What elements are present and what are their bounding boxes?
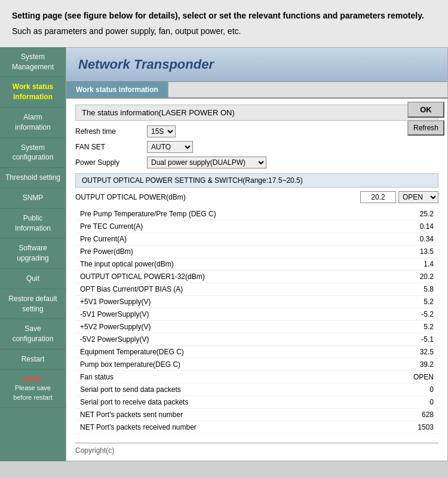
row-label: Equipment Temperature(DEG C) <box>75 345 391 358</box>
table-row: Pre Current(A)0.34 <box>75 232 438 245</box>
content-header: Network Transponder <box>66 48 447 82</box>
row-label: OPT Bias Current/OPT BIAS (A) <box>75 283 391 295</box>
row-value: 13.5 <box>391 245 438 258</box>
table-row: OUTPUT OPTICAL POWER1-32(dBm)20.2 <box>75 270 438 283</box>
table-row: The input optical power(dBm)1.4 <box>75 258 438 270</box>
row-label: OUTPUT OPTICAL POWER1-32(dBm) <box>75 270 391 283</box>
output-power-row: OUTPUT OPTICAL POWER(dBm) OPEN CLOSE <box>75 190 438 204</box>
row-value: 1503 <box>391 421 438 433</box>
copyright-text: Copyright(c) <box>75 446 438 455</box>
power-supply-select[interactable]: Dual power supply(DUALPW) Single power s… <box>147 157 266 168</box>
row-label: Pump box temperature(DEG C) <box>75 358 391 370</box>
row-label: Pre Power(dBm) <box>75 245 391 258</box>
sidebar-item-snmp[interactable]: SNMP <box>0 188 66 209</box>
table-row: Serial port to receive data packets0 <box>75 396 438 408</box>
table-row: Pump box temperature(DEG C)39.2 <box>75 358 438 370</box>
status-title: The status information(LASER POWER ON) <box>75 105 438 121</box>
main-container: System Management Work status informatio… <box>0 47 448 461</box>
page-title: Network Transponder <box>78 57 435 72</box>
row-label: Serial port to receive data packets <box>75 396 391 408</box>
row-value: 0 <box>391 396 438 408</box>
sidebar-item-system-config[interactable]: System configuration <box>0 138 66 168</box>
output-power-input[interactable] <box>360 191 396 203</box>
output-section-header: OUTPUT OPTICAL POWER SETTING & SWITCH(Ra… <box>75 173 438 188</box>
row-value: 5.8 <box>391 283 438 295</box>
tab-bar: Work status information <box>66 82 447 99</box>
status-data-table: Pre Pump Temperature/Pre Temp (DEG C)25.… <box>75 208 438 434</box>
row-label: +5V2 PowerSupply(V) <box>75 320 391 333</box>
row-value: 20.2 <box>391 270 438 283</box>
row-value: 25.2 <box>391 208 438 220</box>
row-label: -5V2 PowerSupply(V) <box>75 333 391 345</box>
table-row: +5V1 PowerSupply(V)5.2 <box>75 295 438 308</box>
table-row: OPT Bias Current/OPT BIAS (A)5.8 <box>75 283 438 295</box>
table-row: NET Port's packets received number1503 <box>75 421 438 433</box>
row-value: 0.34 <box>391 232 438 245</box>
power-supply-label: Power Supply <box>75 158 147 167</box>
table-row: +5V2 PowerSupply(V)5.2 <box>75 320 438 333</box>
row-label: Pre Pump Temperature/Pre Temp (DEG C) <box>75 208 391 220</box>
table-row: Equipment Temperature(DEG C)32.5 <box>75 345 438 358</box>
refresh-time-row: Refresh time 15S 30S 60S <box>75 125 438 137</box>
copyright-section: Copyright(c) <box>75 443 438 455</box>
intro-paragraph1: Setting page (see figure below for detai… <box>12 9 436 22</box>
tab-work-status[interactable]: Work status information <box>66 82 168 97</box>
fan-set-label: FAN SET <box>75 143 147 151</box>
output-power-label: OUTPUT OPTICAL POWER(dBm) <box>75 193 360 201</box>
table-row: Pre Power(dBm)13.5 <box>75 245 438 258</box>
row-value: 39.2 <box>391 358 438 370</box>
table-row: Fan statusOPEN <box>75 370 438 383</box>
content-body: The status information(LASER POWER ON) R… <box>66 99 447 461</box>
sidebar-item-system-management[interactable]: System Management <box>0 47 66 78</box>
row-label: NET Port's packets sent number <box>75 408 391 421</box>
refresh-time-select[interactable]: 15S 30S 60S <box>147 125 176 137</box>
table-row: NET Port's packets sent number628 <box>75 408 438 421</box>
row-value: -5.2 <box>391 308 438 320</box>
row-label: Pre TEC Current(A) <box>75 220 391 232</box>
row-label: +5V1 PowerSupply(V) <box>75 295 391 308</box>
sidebar-item-restore[interactable]: Restore default setting <box>0 289 66 320</box>
table-row: Pre TEC Current(A)0.14 <box>75 220 438 232</box>
row-value: 0 <box>391 383 438 396</box>
sidebar-item-note: NOTE: Please save before restart <box>0 370 66 407</box>
row-value: 0.14 <box>391 220 438 232</box>
table-row: -5V1 PowerSupply(V)-5.2 <box>75 308 438 320</box>
sidebar-item-software[interactable]: Software upgrading <box>0 238 66 269</box>
sidebar-item-public[interactable]: Public Information <box>0 209 66 239</box>
row-value: 5.2 <box>391 320 438 333</box>
tab-content: OK Refresh The status information(LASER … <box>66 99 447 461</box>
fan-set-select[interactable]: AUTO MANUAL <box>147 141 193 153</box>
row-label: Fan status <box>75 370 391 383</box>
content-area: Network Transponder Work status informat… <box>66 47 448 461</box>
row-value: 32.5 <box>391 345 438 358</box>
intro-paragraph2: Such as parameters and power supply, fan… <box>12 24 436 38</box>
fan-set-row: FAN SET AUTO MANUAL <box>75 141 438 153</box>
power-supply-row: Power Supply Dual power supply(DUALPW) S… <box>75 157 438 168</box>
sidebar-item-work-status[interactable]: Work status information <box>0 77 66 108</box>
row-label: The input optical power(dBm) <box>75 258 391 270</box>
intro-section: Setting page (see figure below for detai… <box>0 0 448 47</box>
sidebar-item-alarm[interactable]: Alarm information <box>0 108 66 138</box>
ok-button[interactable]: OK <box>407 102 444 118</box>
sidebar-item-quit[interactable]: Quit <box>0 269 66 289</box>
row-label: -5V1 PowerSupply(V) <box>75 308 391 320</box>
refresh-label: Refresh time <box>75 127 147 136</box>
refresh-button[interactable]: Refresh <box>407 120 444 136</box>
sidebar-item-threshold[interactable]: Threshold setting <box>0 168 66 188</box>
output-switch-select[interactable]: OPEN CLOSE <box>398 191 438 203</box>
table-row: Pre Pump Temperature/Pre Temp (DEG C)25.… <box>75 208 438 220</box>
sidebar-item-restart[interactable]: Restart <box>0 350 66 370</box>
action-buttons: OK Refresh <box>407 102 444 136</box>
table-row: -5V2 PowerSupply(V)-5.1 <box>75 333 438 345</box>
row-value: -5.1 <box>391 333 438 345</box>
sidebar-item-save[interactable]: Save configuration <box>0 319 66 350</box>
sidebar: System Management Work status informatio… <box>0 47 66 461</box>
row-value: 628 <box>391 408 438 421</box>
row-value: 1.4 <box>391 258 438 270</box>
row-value: 5.2 <box>391 295 438 308</box>
row-label: Pre Current(A) <box>75 232 391 245</box>
row-label: Serial port to send data packets <box>75 383 391 396</box>
row-value: OPEN <box>391 370 438 383</box>
table-row: Serial port to send data packets0 <box>75 383 438 396</box>
row-label: NET Port's packets received number <box>75 421 391 433</box>
